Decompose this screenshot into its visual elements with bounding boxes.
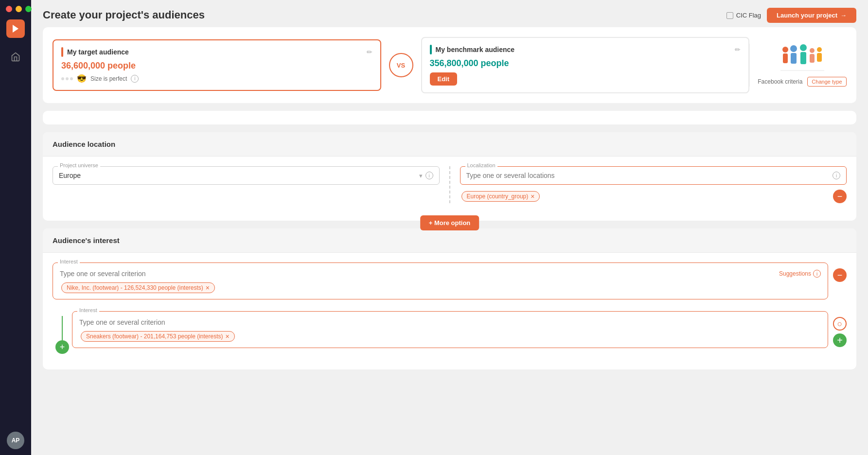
location-tag-remove[interactable]: × xyxy=(531,193,534,200)
dropdown-arrow-icon: ▾ xyxy=(419,172,423,179)
cic-flag-row: CIC Flag Launch your project → xyxy=(726,8,856,23)
benchmark-audience-card: My benchmark audience ✏ 356,800,000 peop… xyxy=(421,37,750,93)
user-avatar[interactable]: AP xyxy=(7,432,24,449)
add-interest-button[interactable]: + xyxy=(55,340,69,354)
benchmark-audience-title: My benchmark audience xyxy=(436,46,515,53)
content-area: My target audience ✏ 36,600,000 people 😎… xyxy=(31,27,868,455)
interest-1-input[interactable] xyxy=(60,270,779,278)
svg-rect-2 xyxy=(783,53,788,63)
interest-2-block: Interest Sneakers (footwear) - 201,164,7… xyxy=(72,311,828,348)
audience-location-section: Audience location Project universe Europ… xyxy=(43,132,856,221)
fb-criteria-label: Facebook criteria xyxy=(758,78,802,85)
audience-interest-section: Audience's interest Interest Suggestions… xyxy=(43,228,856,369)
audience-location-header: Audience location xyxy=(43,132,856,157)
page-header: Create your project's audiences CIC Flag… xyxy=(31,0,868,27)
localization-column: Localization i Europe (co xyxy=(450,166,847,203)
svg-point-3 xyxy=(790,45,797,52)
people-illustration xyxy=(778,44,827,73)
benchmark-edit-button[interactable]: Edit xyxy=(430,72,458,86)
europe-location-tag: Europe (country_group) × xyxy=(461,191,540,202)
fb-criteria-row: Facebook criteria Change type xyxy=(758,77,846,87)
suggestions-link[interactable]: Suggestions i xyxy=(779,270,821,278)
interest-tag-2: Sneakers (footwear) - 201,164,753 people… xyxy=(81,331,235,342)
interest-1-label: Interest xyxy=(58,259,80,264)
change-type-button[interactable]: Change type xyxy=(807,77,846,87)
benchmark-audience-edit-icon[interactable]: ✏ xyxy=(735,46,741,53)
size-dot-1 xyxy=(61,77,64,80)
interest-2-add-button[interactable]: + xyxy=(833,333,847,347)
audience-illustration: Facebook criteria Change type xyxy=(749,44,847,87)
interest-tag-1: Nike, Inc. (footwear) - 126,524,330 peop… xyxy=(61,282,215,293)
svg-marker-0 xyxy=(13,25,18,33)
benchmark-audience-count: 356,800,000 people xyxy=(430,58,741,69)
interest-2-label: Interest xyxy=(77,307,99,313)
interest-2-actions: ○ + xyxy=(833,317,847,347)
target-audience-count: 36,600,000 people xyxy=(61,61,372,71)
cic-flag-checkbox[interactable] xyxy=(726,12,733,19)
target-audience-edit-icon[interactable]: ✏ xyxy=(367,48,372,56)
interest-2-circle-btn[interactable]: ○ xyxy=(833,317,847,331)
audience-cards-container: My target audience ✏ 36,600,000 people 😎… xyxy=(43,27,856,103)
sidebar: AP xyxy=(0,0,31,455)
localization-label: Localization xyxy=(465,162,497,168)
svg-rect-8 xyxy=(810,54,815,63)
localization-field: Localization i xyxy=(460,166,847,185)
cic-flag-checkbox-label[interactable]: CIC Flag xyxy=(726,12,761,19)
location-remove-button[interactable]: − xyxy=(833,190,847,203)
interest-1-block: Interest Suggestions i Nike, Inc. (footw… xyxy=(53,262,828,299)
collapsed-panel xyxy=(43,111,856,124)
size-emoji: 😎 xyxy=(77,74,87,83)
maximize-traffic-light[interactable] xyxy=(25,6,32,12)
audience-interest-header: Audience's interest xyxy=(43,228,856,253)
target-card-bar xyxy=(61,47,63,57)
connector-vertical-line xyxy=(62,316,63,340)
more-option-button[interactable]: + More option xyxy=(420,215,479,230)
launch-project-button[interactable]: Launch your project → xyxy=(767,8,856,23)
target-audience-card: My target audience ✏ 36,600,000 people 😎… xyxy=(53,39,381,91)
interest-connector: + xyxy=(53,311,72,354)
localization-input[interactable] xyxy=(466,172,833,179)
project-universe-label: Project universe xyxy=(58,162,100,168)
target-audience-title: My target audience xyxy=(67,48,129,56)
minimize-traffic-light[interactable] xyxy=(16,6,22,12)
svg-point-7 xyxy=(810,48,815,53)
project-universe-select-row[interactable]: Europe ▾ i xyxy=(59,172,433,179)
interest-2-input-row xyxy=(79,318,821,326)
size-dots xyxy=(61,77,73,80)
cic-flag-label: CIC Flag xyxy=(736,12,761,19)
size-info-icon[interactable]: i xyxy=(131,75,139,83)
project-universe-info-icon[interactable]: i xyxy=(425,172,433,179)
project-universe-field: Project universe Europe ▾ i xyxy=(53,166,440,185)
localization-info-icon[interactable]: i xyxy=(833,172,840,179)
size-dot-3 xyxy=(70,77,73,80)
svg-rect-10 xyxy=(817,53,822,62)
svg-point-5 xyxy=(800,44,807,51)
project-universe-column: Project universe Europe ▾ i xyxy=(53,166,450,203)
audience-interest-body: Interest Suggestions i Nike, Inc. (footw… xyxy=(43,253,856,369)
suggestions-label: Suggestions xyxy=(779,270,811,277)
interest-tag-2-remove[interactable]: × xyxy=(226,333,230,340)
more-option-label: + More option xyxy=(429,219,471,227)
suggestions-info-icon[interactable]: i xyxy=(813,270,821,278)
interest-2-input[interactable] xyxy=(79,318,821,326)
close-traffic-light[interactable] xyxy=(6,6,12,12)
size-dot-2 xyxy=(66,77,69,80)
audience-location-body: Project universe Europe ▾ i xyxy=(43,157,856,221)
interest-2-tags: Sneakers (footwear) - 201,164,753 people… xyxy=(79,330,821,343)
interest-tag-1-remove[interactable]: × xyxy=(206,284,210,291)
interest-1-remove-button[interactable]: − xyxy=(833,268,847,282)
interest-1-tags: Nike, Inc. (footwear) - 126,524,330 peop… xyxy=(60,281,821,294)
interest-2-inner: Interest Sneakers (footwear) - 201,164,7… xyxy=(72,311,847,348)
vs-circle: VS xyxy=(389,53,413,77)
svg-rect-6 xyxy=(800,52,806,64)
size-label: Size is perfect xyxy=(90,75,127,82)
sidebar-item-home[interactable] xyxy=(6,48,25,66)
sidebar-logo[interactable] xyxy=(6,19,25,38)
interest-1-row: Interest Suggestions i Nike, Inc. (footw… xyxy=(53,262,847,305)
location-section-row: Project universe Europe ▾ i xyxy=(53,166,847,203)
interest-2-row: + Interest Sneakers (footwear) - 201,164… xyxy=(53,311,847,354)
svg-point-1 xyxy=(782,47,788,52)
interest-1-input-row: Suggestions i xyxy=(60,270,821,278)
project-universe-value: Europe xyxy=(59,172,81,179)
svg-rect-4 xyxy=(791,53,797,64)
